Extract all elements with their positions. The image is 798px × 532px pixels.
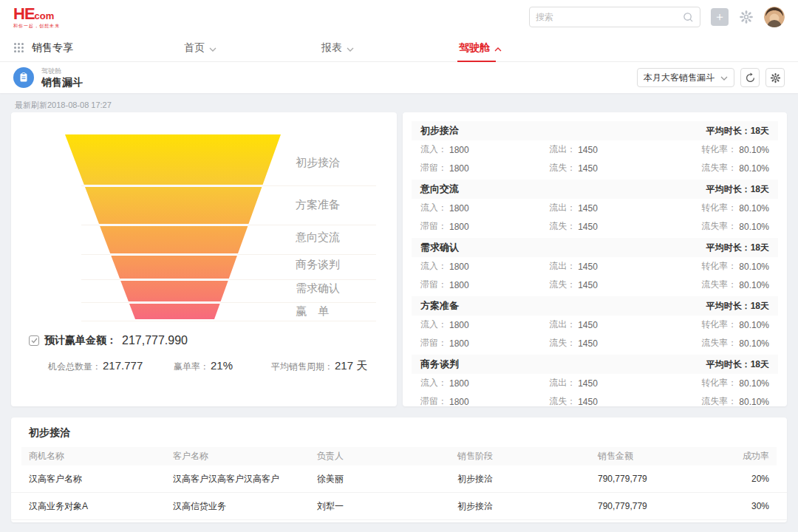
metric-label: 转化率： <box>701 202 737 214</box>
stage-section-title: 需求确认 <box>420 241 459 254</box>
opportunity-link[interactable]: 汉高业务对象A <box>29 500 173 513</box>
stage-duration-value: 18天 <box>751 359 769 369</box>
stage-duration: 平均时长：18天 <box>706 300 769 313</box>
stage-duration-label: 平均时长： <box>706 242 751 253</box>
metric-value: 1450 <box>578 378 598 389</box>
funnel-stage-label: 初步接洽 <box>296 156 362 170</box>
metric-loss-rate: 流失率：80.10% <box>666 217 769 236</box>
metric-label: 流失率： <box>701 337 737 349</box>
customer-name: 汉高信贷业务 <box>173 500 317 513</box>
checkbox-check-icon[interactable] <box>29 335 39 346</box>
stage-duration: 平均时长：18天 <box>706 242 769 254</box>
stage-metrics-card: 初步接洽平均时长：18天 流入：1800 流出：1450 转化率：80.10% … <box>403 112 787 406</box>
stat-sales-cycle-value: 217 天 <box>335 359 367 372</box>
chevron-down-icon <box>720 72 728 83</box>
funnel-segment-6[interactable] <box>129 304 220 319</box>
metric-value: 1800 <box>449 145 469 155</box>
funnel-segment-2[interactable] <box>85 187 262 224</box>
metric-value: 80.10% <box>739 145 769 155</box>
col-success-rate: 成功率 <box>738 450 769 463</box>
brand-logo[interactable]: HEcom 和你一起，创想未来 <box>13 6 60 28</box>
global-search[interactable] <box>529 7 700 27</box>
metric-value: 80.10% <box>739 222 769 232</box>
widget-settings-button[interactable] <box>765 68 785 87</box>
funnel-card: 初步接洽 方案准备 意向交流 商务谈判 需求确认 赢 单 预计赢单金额： 217… <box>11 112 397 406</box>
user-avatar[interactable] <box>764 7 785 27</box>
funnel-stage-label: 赢 单 <box>296 304 362 318</box>
expected-amount-label: 预计赢单金额： <box>44 334 117 347</box>
stat-sales-cycle-label: 平均销售周期： <box>271 361 333 372</box>
table-row: 汉高业务对象A 汉高信贷业务 刘犁一 初步接洽 790,779,779 30% <box>11 493 787 520</box>
metric-value: 1450 <box>578 203 598 214</box>
search-icon[interactable] <box>683 12 694 23</box>
metric-label: 转化率： <box>701 143 737 156</box>
top-header: HEcom 和你一起，创想未来 ＋ <box>0 0 798 34</box>
apps-grid-icon[interactable] <box>13 42 24 53</box>
dashboard-clipboard-icon <box>13 67 34 88</box>
metric-label: 转化率： <box>701 260 737 273</box>
stat-sales-cycle: 平均销售周期：217 天 <box>271 359 367 373</box>
metric-value: 80.10% <box>739 397 769 407</box>
metric-value: 80.10% <box>739 320 769 330</box>
funnel-segment-5[interactable] <box>120 281 228 301</box>
nav-item-home[interactable]: 首页 <box>184 34 216 62</box>
metric-value: 1450 <box>578 338 598 349</box>
metric-value: 80.10% <box>739 280 769 290</box>
metric-outflow: 流出：1450 <box>549 374 665 392</box>
funnel-segment-1[interactable] <box>65 134 281 185</box>
settings-gear-icon[interactable] <box>739 10 754 24</box>
col-owner: 负责人 <box>317 450 457 463</box>
metric-label: 滞留： <box>420 395 447 408</box>
stat-opportunities-value: 217.777 <box>103 359 143 372</box>
opportunity-link[interactable]: 汉高客户名称 <box>29 473 173 485</box>
funnel-segment-4[interactable] <box>111 256 237 279</box>
metric-value: 1800 <box>449 163 469 174</box>
metric-conversion: 转化率：80.10% <box>666 140 769 159</box>
metric-label: 滞留： <box>420 279 447 291</box>
sales-stage: 初步接洽 <box>457 473 598 485</box>
metric-lost: 流失：1450 <box>549 334 665 352</box>
metric-conversion: 转化率：80.10% <box>666 374 769 392</box>
chevron-down-icon <box>209 42 216 54</box>
metric-label: 转化率： <box>701 318 737 331</box>
success-rate: 30% <box>738 501 769 511</box>
plus-icon: ＋ <box>714 10 726 25</box>
metric-value: 80.10% <box>739 163 769 174</box>
main-navbar: 销售专享 首页 报表 驾驶舱 <box>0 34 798 62</box>
nav-item-cockpit[interactable]: 驾驶舱 <box>459 34 502 62</box>
stage-section-title: 意向交流 <box>420 183 459 196</box>
metric-conversion: 转化率：80.10% <box>666 257 769 276</box>
metric-conversion: 转化率：80.10% <box>666 199 769 217</box>
nav-item-reports[interactable]: 报表 <box>321 34 354 62</box>
metric-value: 1450 <box>578 280 598 290</box>
stage-duration: 平均时长：18天 <box>706 183 769 196</box>
funnel-filter-select[interactable]: 本月大客销售漏斗 <box>637 68 734 87</box>
metric-outflow: 流出：1450 <box>549 257 665 276</box>
funnel-stage-label: 商务谈判 <box>296 258 362 272</box>
add-button[interactable]: ＋ <box>711 8 729 26</box>
search-input[interactable] <box>536 12 683 22</box>
metric-label: 流入： <box>420 377 447 389</box>
metric-label: 流出： <box>549 377 576 389</box>
refresh-button[interactable] <box>740 68 760 87</box>
nav-reports-label: 报表 <box>321 41 342 55</box>
stage-duration-value: 18天 <box>751 242 769 253</box>
nav-cockpit-label: 驾驶舱 <box>459 41 490 55</box>
stage-section-4: 方案准备平均时长：18天 流入：1800 流出：1450 转化率：80.10% … <box>412 296 778 352</box>
metric-value: 1800 <box>449 280 469 290</box>
stage-section-title: 商务谈判 <box>420 358 459 371</box>
funnel-chart[interactable] <box>65 134 281 319</box>
metric-label: 流出： <box>549 318 576 331</box>
metric-label: 流出： <box>549 260 576 273</box>
stat-win-rate: 赢单率：21% <box>174 359 233 373</box>
metric-value: 1450 <box>578 320 598 330</box>
metric-label: 流失： <box>549 220 576 233</box>
breadcrumb: 驾驶舱 <box>41 66 83 76</box>
expected-amount-value: 217,777.990 <box>122 334 188 347</box>
metric-inflow: 流入：1800 <box>420 257 549 276</box>
stage-duration-label: 平均时长： <box>706 359 751 369</box>
stage-duration-label: 平均时长： <box>706 301 751 311</box>
funnel-segment-3[interactable] <box>100 226 248 253</box>
brand-tagline: 和你一起，创想未来 <box>13 24 60 28</box>
funnel-stage-label: 需求确认 <box>296 282 362 296</box>
